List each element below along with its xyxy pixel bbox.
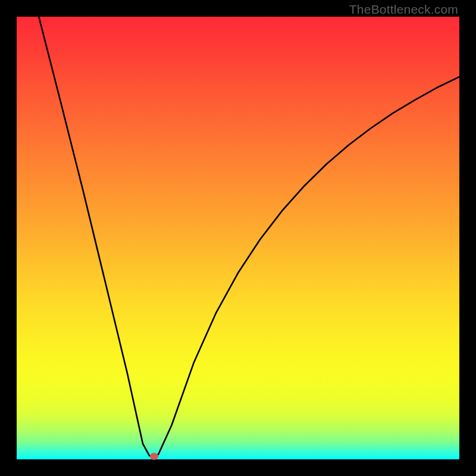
chart-frame: TheBottleneck.com (0, 0, 476, 476)
minimum-marker (150, 453, 158, 460)
watermark-text: TheBottleneck.com (349, 2, 458, 17)
plot-area (17, 17, 459, 459)
bottleneck-curve (17, 17, 459, 459)
curve-path (39, 17, 459, 456)
